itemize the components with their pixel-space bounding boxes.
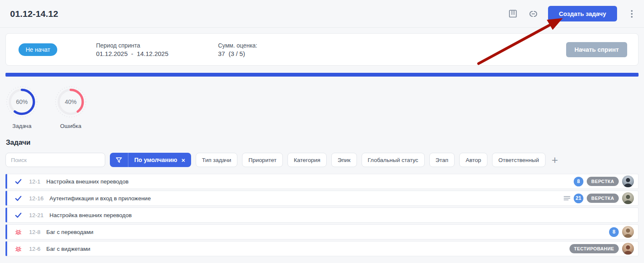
bug-icon [14, 245, 22, 252]
filter-button-label: По умолчанию [134, 157, 177, 163]
avatar[interactable] [622, 192, 634, 204]
check-icon [14, 178, 22, 185]
avatar[interactable] [622, 226, 634, 238]
task-row[interactable]: 12-21 Настройка внешних переводов [5, 207, 639, 223]
task-id: 12-8 [29, 229, 40, 235]
story-points-badge: 8 [574, 177, 583, 186]
start-sprint-button[interactable]: Начать спринт [566, 42, 627, 57]
filter-chip-global-status[interactable]: Глобальный статус [362, 153, 425, 167]
sprint-status-badge: Не начат [19, 43, 57, 56]
donut-bug: 40% Ошибка [54, 85, 88, 129]
task-title: Настройка внешних переводов [46, 178, 128, 185]
kebab-menu-icon[interactable] [626, 8, 637, 19]
description-icon [564, 195, 570, 201]
status-tag: ВЕРСТКА [587, 194, 619, 203]
sprint-period: Период спринта 01.12.2025 - 14.12.2025 [96, 42, 168, 57]
sprint-estimate-label: Сумм. оценка: [218, 42, 257, 49]
task-id: 12-21 [29, 212, 44, 218]
avatar[interactable] [622, 243, 634, 255]
task-row[interactable]: 12-8 Баг с переводами 8 [5, 224, 639, 239]
filter-row: По умолчанию × Тип задачи Приоритет Кате… [5, 153, 639, 167]
task-title: Баг с переводами [46, 229, 93, 235]
board-icon[interactable] [508, 8, 519, 19]
link-icon[interactable] [528, 8, 539, 19]
filter-button[interactable]: По умолчанию × [110, 153, 191, 167]
filter-chip-category[interactable]: Категория [287, 153, 327, 167]
sprint-estimate-value: 37 (3 / 5) [218, 50, 257, 57]
task-row[interactable]: 12-1 Настройка внешних переводов 8 ВЕРСТ… [5, 174, 639, 189]
task-list: 12-1 Настройка внешних переводов 8 ВЕРСТ… [5, 174, 639, 256]
filter-chip-stage[interactable]: Этап [429, 153, 455, 167]
bug-icon [14, 228, 22, 236]
check-icon [14, 212, 22, 219]
search-input[interactable] [5, 153, 105, 167]
donut-task-percent: 60% [16, 98, 28, 105]
donut-bug-percent: 40% [65, 98, 77, 105]
create-task-button[interactable]: Создать задачу [548, 6, 617, 21]
task-title: Баг с виджетами [46, 246, 90, 252]
sprint-period-label: Период спринта [96, 42, 168, 49]
task-id: 12-16 [29, 195, 44, 202]
tasks-heading: Задачи [6, 138, 644, 146]
status-tag: ВЕРСТКА [587, 177, 619, 186]
check-icon [14, 195, 22, 202]
filter-chip-priority[interactable]: Приоритет [242, 153, 283, 167]
filter-close-icon[interactable]: × [181, 157, 185, 164]
donut-task: 60% Задача [5, 85, 39, 129]
filter-chip-epic[interactable]: Эпик [331, 153, 357, 167]
story-points-badge: 21 [574, 194, 583, 203]
sprint-estimate: Сумм. оценка: 37 (3 / 5) [218, 42, 257, 57]
filter-chip-author[interactable]: Автор [459, 153, 487, 167]
avatar[interactable] [622, 175, 634, 187]
sprint-summary-card: Не начат Период спринта 01.12.2025 - 14.… [5, 33, 639, 66]
sprint-progress-bar [5, 73, 639, 77]
status-tag: ТЕСТИРОВАНИЕ [569, 244, 619, 253]
task-row[interactable]: 12-6 Баг с виджетами ТЕСТИРОВАНИЕ [5, 241, 639, 256]
task-title: Настройка внешних переводов [50, 212, 132, 218]
filter-chip-assignee[interactable]: Ответственный [492, 153, 545, 167]
add-filter-icon[interactable]: + [552, 156, 558, 164]
filter-chip-task-type[interactable]: Тип задачи [196, 153, 238, 167]
header: 01.12-14.12 Создать задачу [0, 0, 644, 28]
funnel-icon[interactable] [110, 157, 128, 164]
task-id: 12-1 [29, 178, 40, 185]
task-id: 12-6 [29, 246, 40, 252]
task-row[interactable]: 12-16 Аутентификация и вход в приложение… [5, 191, 639, 206]
donut-charts: 60% Задача 40% Ошибка [0, 77, 644, 129]
story-points-badge: 8 [609, 227, 619, 237]
page-title: 01.12-14.12 [10, 9, 58, 19]
donut-bug-label: Ошибка [54, 123, 88, 129]
donut-task-label: Задача [5, 123, 39, 129]
task-title: Аутентификация и вход в приложение [50, 195, 151, 202]
sprint-period-value: 01.12.2025 - 14.12.2025 [96, 50, 168, 57]
